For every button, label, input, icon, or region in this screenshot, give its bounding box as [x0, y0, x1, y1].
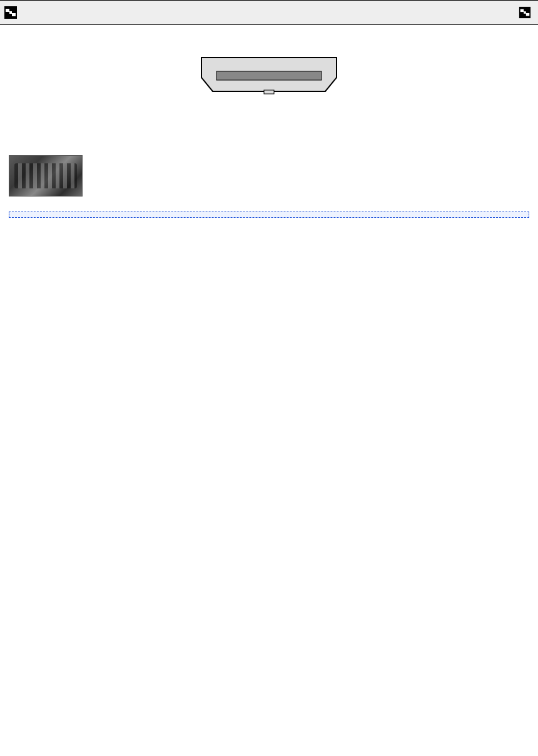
svg-rect-3: [9, 11, 12, 14]
svg-rect-7: [524, 11, 526, 14]
svg-rect-10: [264, 90, 274, 94]
status-bar: [9, 212, 529, 218]
svg-rect-2: [12, 13, 16, 16]
connector-photo: [9, 155, 83, 197]
svg-rect-1: [6, 9, 9, 12]
logo-left[interactable]: [4, 6, 20, 19]
content-area: [0, 25, 538, 235]
connector-caption[interactable]: [6, 112, 532, 124]
svg-rect-9: [216, 71, 322, 80]
connector-icon: [518, 6, 532, 19]
connector-icon: [4, 6, 18, 19]
svg-rect-6: [526, 13, 529, 16]
page-header: [0, 0, 538, 25]
svg-rect-5: [520, 9, 524, 13]
logo-right[interactable]: [518, 6, 534, 19]
connector-diagram: [6, 55, 532, 106]
